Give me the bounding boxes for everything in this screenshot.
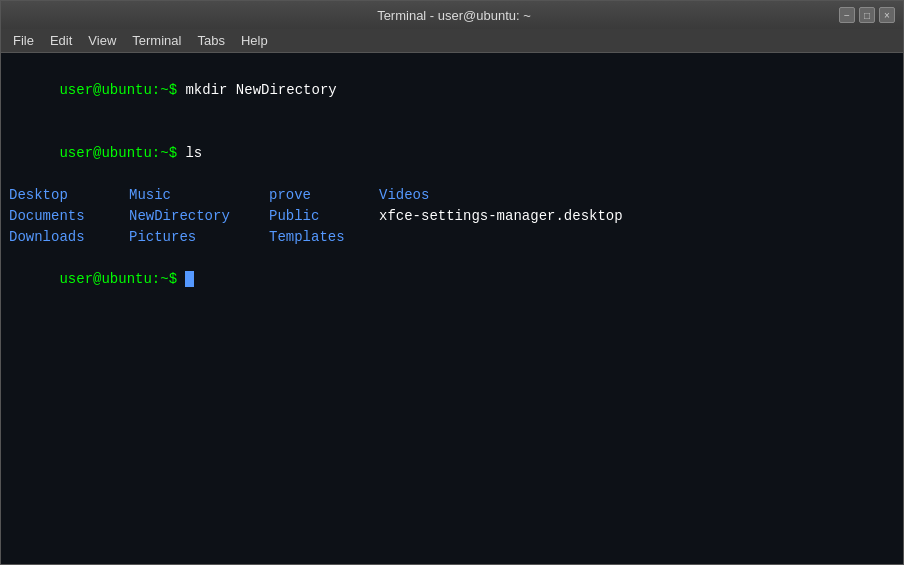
ls-item-videos: Videos (379, 185, 895, 206)
ls-output-row1: Desktop Music prove Videos (9, 185, 895, 206)
menu-view[interactable]: View (80, 31, 124, 50)
ls-item-prove: prove (269, 185, 379, 206)
ls-item-newdirectory: NewDirectory (129, 206, 269, 227)
menu-tabs[interactable]: Tabs (189, 31, 232, 50)
command-ls: ls (185, 145, 202, 161)
ls-item-music: Music (129, 185, 269, 206)
ls-item-documents: Documents (9, 206, 129, 227)
menu-edit[interactable]: Edit (42, 31, 80, 50)
ls-output-row3: Downloads Pictures Templates (9, 227, 895, 248)
terminal-window: Terminal - user@ubuntu: ~ − □ × File Edi… (0, 0, 904, 565)
ls-item-empty (379, 227, 895, 248)
ls-item-pictures: Pictures (129, 227, 269, 248)
menu-terminal[interactable]: Terminal (124, 31, 189, 50)
terminal-cursor (185, 271, 194, 287)
maximize-button[interactable]: □ (859, 7, 875, 23)
menu-bar: File Edit View Terminal Tabs Help (1, 29, 903, 53)
terminal-body[interactable]: user@ubuntu:~$ mkdir NewDirectory user@u… (1, 53, 903, 564)
command-mkdir: mkdir NewDirectory (185, 82, 336, 98)
ls-item-xfce: xfce-settings-manager.desktop (379, 206, 895, 227)
ls-item-templates: Templates (269, 227, 379, 248)
window-title: Terminal - user@ubuntu: ~ (69, 8, 839, 23)
ls-item-public: Public (269, 206, 379, 227)
line-mkdir: user@ubuntu:~$ mkdir NewDirectory (9, 59, 895, 122)
menu-help[interactable]: Help (233, 31, 276, 50)
line-current-prompt: user@ubuntu:~$ (9, 248, 895, 311)
prompt-current: user@ubuntu:~$ (59, 271, 185, 287)
ls-output-row2: Documents NewDirectory Public xfce-setti… (9, 206, 895, 227)
close-button[interactable]: × (879, 7, 895, 23)
prompt-2: user@ubuntu:~$ (59, 145, 185, 161)
minimize-button[interactable]: − (839, 7, 855, 23)
menu-file[interactable]: File (5, 31, 42, 50)
title-bar: Terminal - user@ubuntu: ~ − □ × (1, 1, 903, 29)
window-controls: − □ × (839, 7, 895, 23)
line-ls: user@ubuntu:~$ ls (9, 122, 895, 185)
prompt-1: user@ubuntu:~$ (59, 82, 185, 98)
ls-item-desktop: Desktop (9, 185, 129, 206)
ls-item-downloads: Downloads (9, 227, 129, 248)
